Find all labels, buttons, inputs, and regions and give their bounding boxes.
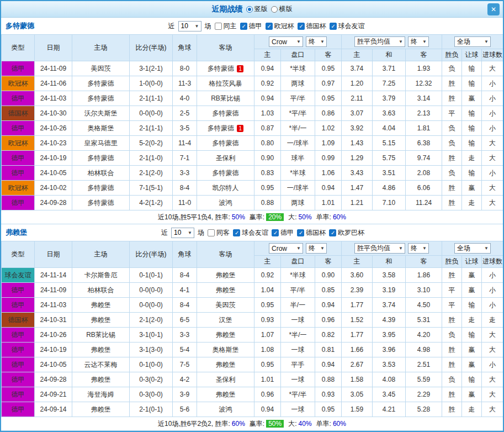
scope-select[interactable]: 全场 ▼ — [454, 36, 491, 47]
result-wdl: 胜 — [442, 357, 462, 372]
avg-away: 4.98 — [406, 343, 442, 357]
results-table: 类型 日期 主场 比分(半场) 角球 客场 Crow ▼ 终 — [1, 241, 503, 417]
home-team: 沃尔夫斯堡 — [72, 106, 130, 121]
league-filter-checkbox[interactable]: 欧冠杯 — [266, 22, 294, 31]
result-wdl: 负 — [442, 136, 462, 151]
odds-final-select[interactable]: 终 ▼ — [306, 36, 327, 47]
odds-final-select[interactable]: 终 ▼ — [306, 243, 327, 254]
result-wdl: 胜 — [442, 181, 462, 196]
recent-count-select[interactable]: 10 ▼ — [178, 21, 201, 31]
result-handicap: 走 — [462, 402, 482, 417]
avg-draw: 3.79 — [373, 91, 406, 106]
away-team: 弗赖堡 — [197, 268, 254, 283]
layout-vertical-radio[interactable]: 竖版 — [246, 4, 268, 14]
score: 2-1(2-0) — [130, 166, 173, 181]
away-team: 弗赖堡 — [197, 387, 254, 402]
match-row: 德甲24-10-19弗赖堡3-1(3-0)5-4奥格斯堡1.08一球0.811.… — [2, 343, 503, 357]
home-team: 弗赖堡 — [72, 313, 130, 328]
home-team: 多特蒙德 — [72, 76, 130, 91]
sub-cover: 让球 — [462, 49, 482, 61]
match-row: 德甲24-09-28多特蒙德4-2(1-2)11-0波鸿0.88两球1.011.… — [2, 196, 503, 210]
league-filter-checkbox[interactable]: 德甲 — [272, 228, 294, 238]
single-rate-value: 60% — [333, 420, 346, 428]
win-rate: 60% — [232, 420, 245, 428]
result-handicap: 输 — [462, 298, 482, 313]
result-handicap: 赢 — [462, 343, 482, 357]
results-table: 类型 日期 主场 比分(半场) 角球 客场 Crow ▼ 终 — [1, 34, 503, 210]
league-filter-checkbox[interactable]: 德国杯 — [297, 228, 326, 238]
match-date: 24-10-23 — [35, 136, 72, 151]
home-team: 多特蒙德 — [72, 151, 130, 166]
odds-home: 0.95 — [254, 357, 281, 372]
col-score: 比分(半场) — [130, 35, 173, 61]
league-filters: 德甲欧冠杯德国杯球会友谊 — [240, 22, 365, 31]
avg-home: 1.29 — [342, 151, 373, 166]
odds-home: 1.04 — [254, 283, 281, 298]
league-type-badge: 欧冠杯 — [2, 181, 35, 196]
match-row: 欧冠杯24-10-02多特蒙德7-1(5-1)8-4凯尔特人0.95一/球半0.… — [2, 181, 503, 196]
section-header: 多特蒙德 近 10 ▼ 场 同主 德甲欧冠杯德国杯球会友谊 — [1, 18, 503, 34]
handicap: 球半 — [281, 151, 315, 166]
home-team: 柏林联合 — [72, 283, 130, 298]
league-filter-checkbox[interactable]: 德国杯 — [298, 22, 326, 31]
odds-company-select[interactable]: Crow ▼ — [269, 36, 303, 47]
avg-odds-select[interactable]: 胜平负均值 ▼ — [354, 243, 405, 254]
league-type-badge: 德国杯 — [2, 313, 35, 328]
big-rate-value: 50% — [299, 213, 312, 221]
avg-odds-select[interactable]: 胜平负均值 ▼ — [354, 36, 405, 47]
score: 5-2(0-2) — [130, 136, 173, 151]
league-type-badge: 球会友谊 — [2, 268, 35, 283]
sub-away-odds: 客 — [315, 49, 342, 61]
same-venue-checkbox[interactable]: 同主 — [215, 22, 237, 31]
avg-away: 2.13 — [406, 106, 442, 121]
chevron-down-icon: ▼ — [484, 39, 489, 44]
odds-away: 1.01 — [315, 196, 342, 210]
handicap: *半球 — [281, 166, 315, 181]
result-goals: 小 — [482, 357, 503, 372]
odds-home: 0.95 — [254, 298, 281, 313]
league-filter-checkbox[interactable]: 欧罗巴杯 — [329, 228, 364, 238]
league-filters: 球会友谊德甲德国杯欧罗巴杯 — [233, 228, 364, 238]
league-filter-checkbox[interactable]: 球会友谊 — [330, 22, 365, 31]
score: 0-3(0-2) — [130, 372, 173, 387]
odds-away: 0.93 — [315, 387, 342, 402]
sub-away-odds: 客 — [315, 256, 342, 268]
summary-bar: 近10场,胜5平1负4, 胜率: 50% 赢率: 20% 大: 50% 单率: … — [1, 210, 503, 224]
result-goals: 小 — [482, 268, 503, 283]
league-filter-checkbox[interactable]: 德甲 — [240, 22, 262, 31]
avg-final-select[interactable]: 终 ▼ — [408, 36, 429, 47]
handicap: 一球 — [281, 402, 315, 417]
avg-home: 1.59 — [342, 402, 373, 417]
home-team: 云达不莱梅 — [72, 357, 130, 372]
same-venue-checkbox[interactable]: 同客 — [208, 228, 230, 238]
avg-draw: 3.45 — [373, 387, 406, 402]
match-date: 24-11-09 — [35, 61, 72, 76]
match-row: 德甲24-09-28弗赖堡0-3(0-2)4-2圣保利1.01一球0.881.5… — [2, 372, 503, 387]
score: 0-0(0-0) — [130, 298, 173, 313]
avg-final-select[interactable]: 终 ▼ — [408, 243, 429, 254]
scope-select[interactable]: 全场 ▼ — [454, 243, 491, 254]
handicap: *平/半 — [281, 387, 315, 402]
filter-bar: 近 10 ▼ 场 同主 德甲欧冠杯德国杯球会友谊 — [168, 21, 365, 31]
odds-company-select[interactable]: Crow ▼ — [269, 243, 303, 254]
avg-home: 2.39 — [342, 283, 373, 298]
match-date: 24-10-30 — [35, 106, 72, 121]
corners: 6-5 — [173, 313, 197, 328]
result-goals: 大 — [482, 136, 503, 151]
league-filter-checkbox[interactable]: 球会友谊 — [233, 228, 268, 238]
home-team: 多特蒙德 — [72, 91, 130, 106]
checkbox-unchecked-icon — [215, 23, 222, 30]
home-team: 多特蒙德 — [72, 181, 130, 196]
single-rate-label: 单率: — [316, 419, 331, 429]
handicap: 一球 — [281, 313, 315, 328]
odds-home: 0.92 — [254, 268, 281, 283]
chevron-down-icon: ▼ — [399, 39, 403, 44]
home-team: 多特蒙德 — [72, 196, 130, 210]
league-filter-label: 德甲 — [280, 228, 294, 238]
recent-count-select[interactable]: 10 ▼ — [171, 228, 194, 238]
close-button[interactable]: ✕ — [487, 3, 500, 15]
result-handicap: 赢 — [462, 91, 482, 106]
sub-goals: 进球数 — [482, 256, 503, 268]
corners: 8-0 — [173, 61, 197, 76]
layout-horizontal-radio[interactable]: 横版 — [271, 4, 293, 14]
